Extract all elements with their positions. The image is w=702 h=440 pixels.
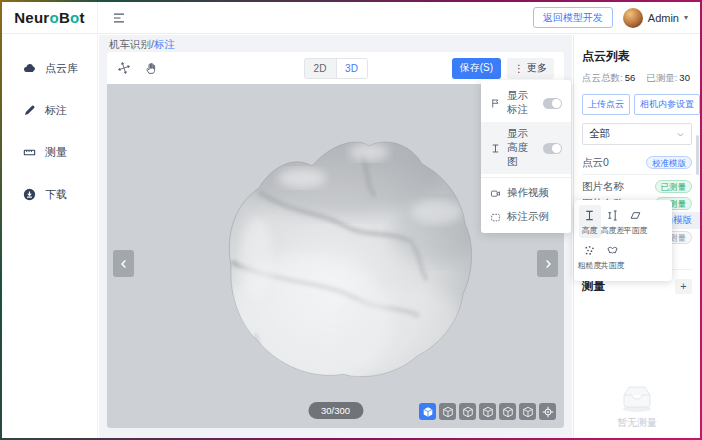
hand-pan-icon[interactable] xyxy=(144,61,158,75)
cube-wire-icon xyxy=(502,406,514,418)
parallelogram-icon xyxy=(629,209,642,222)
empty-text: 暂无测量 xyxy=(617,416,657,430)
cloud-icon xyxy=(23,62,36,75)
user-menu[interactable]: Admin ▾ xyxy=(623,8,688,28)
flag-icon xyxy=(490,98,501,109)
pen-icon xyxy=(23,104,36,117)
view-back-button[interactable] xyxy=(459,403,476,420)
cube-wire-icon xyxy=(522,406,534,418)
view-right-button[interactable] xyxy=(499,403,516,420)
logo-text: NeuroBot xyxy=(14,9,85,26)
measured-tag: 已测量 xyxy=(655,180,693,193)
cube-wire-icon xyxy=(442,406,454,418)
more-dots-icon: ⋮ xyxy=(514,63,524,74)
download-icon xyxy=(23,188,36,201)
tool-coplanarity[interactable]: 共面度 xyxy=(602,240,624,273)
ruler-icon xyxy=(23,146,36,159)
tool-roughness[interactable]: 粗糙度 xyxy=(579,240,601,273)
chevron-down-icon xyxy=(676,130,685,139)
app-window: NeuroBot 返回模型开发 Admin ▾ 点云库 标注 测量 xyxy=(2,2,700,438)
measure-tools-popup: 高度 高度差 平面度 粗糙度 共面度 xyxy=(574,200,672,281)
prev-arrow-button[interactable] xyxy=(113,250,134,277)
i-beam-icon xyxy=(490,143,501,154)
dashed-frame-icon xyxy=(490,212,501,223)
menu-item-show-annotations[interactable]: 显示标注 xyxy=(481,84,571,122)
avatar xyxy=(623,8,643,28)
crosshair-icon xyxy=(542,406,554,418)
toggle-show-annotations[interactable] xyxy=(543,98,562,109)
header-right: 返回模型开发 Admin ▾ xyxy=(533,7,700,28)
logo: NeuroBot xyxy=(2,2,98,33)
chevron-left-icon xyxy=(118,258,130,270)
menu-item-annotation-example[interactable]: 标注示例 xyxy=(481,205,571,229)
sidebar-item-measure[interactable]: 测量 xyxy=(2,145,97,160)
user-name: Admin xyxy=(648,12,679,24)
view-mode-segmented: 2D 3D xyxy=(304,58,368,79)
tool-flatness[interactable]: 平面度 xyxy=(625,205,647,238)
sidebar-item-label: 标注 xyxy=(45,103,67,118)
toolbar-right: 保存(S) ⋮ 更多 xyxy=(452,58,554,79)
next-arrow-button[interactable] xyxy=(537,250,558,277)
menu-fold-icon[interactable] xyxy=(112,11,126,25)
tool-height[interactable]: 高度 xyxy=(579,205,601,238)
view-left-button[interactable] xyxy=(479,403,496,420)
toolbar-left xyxy=(117,61,158,75)
view-front-button[interactable] xyxy=(439,403,456,420)
panel-title: 点云列表 xyxy=(582,48,692,65)
add-measure-button[interactable]: + xyxy=(675,279,692,294)
breadcrumb-parent[interactable]: 机车识别 xyxy=(109,38,151,50)
dots-icon xyxy=(583,244,596,257)
reset-view-button[interactable] xyxy=(539,403,556,420)
sidebar-item-annotate[interactable]: 标注 xyxy=(2,103,97,118)
back-to-model-dev-button[interactable]: 返回模型开发 xyxy=(533,7,613,28)
sidebar-item-label: 下载 xyxy=(45,187,67,202)
cube-solid-icon xyxy=(422,406,434,418)
filter-select[interactable]: 全部 xyxy=(582,123,692,145)
sidebar-item-pointcloud-library[interactable]: 点云库 xyxy=(2,61,97,76)
menu-item-tutorial-video[interactable]: 操作视频 xyxy=(481,181,571,205)
book-icon xyxy=(606,244,619,257)
frame-pager: 30/300 xyxy=(308,402,363,419)
chevron-down-icon: ▾ xyxy=(684,13,688,22)
save-button[interactable]: 保存(S) xyxy=(452,58,501,79)
sidebar-item-download[interactable]: 下载 xyxy=(2,187,97,202)
list-scrollbar[interactable] xyxy=(696,135,699,175)
stat-total: 点云总数:56 xyxy=(582,72,635,85)
empty-box-icon xyxy=(614,381,660,413)
screenshot-frame: NeuroBot 返回模型开发 Admin ▾ 点云库 标注 测量 xyxy=(0,0,702,440)
breadcrumb-current: 标注 xyxy=(154,38,175,50)
cube-wire-icon xyxy=(462,406,474,418)
list-item[interactable]: 图片名称 已测量 xyxy=(582,178,692,195)
view-top-button[interactable] xyxy=(519,403,536,420)
calibration-template-tag: 校准模版 xyxy=(646,156,692,169)
view-buttons xyxy=(419,403,556,420)
i-beam-icon xyxy=(583,209,596,222)
menu-item-show-heightmap[interactable]: 显示高度图 xyxy=(481,122,571,174)
breadcrumb: 机车识别/标注 xyxy=(99,35,572,52)
tab-3d[interactable]: 3D xyxy=(336,59,367,78)
camera-intrinsics-button[interactable]: 相机内参设置 xyxy=(634,94,700,115)
sidebar: 点云库 标注 测量 下载 xyxy=(2,35,98,438)
filter-value: 全部 xyxy=(589,127,610,141)
panel-buttons: 上传点云 相机内参设置 xyxy=(582,94,692,115)
app-header: NeuroBot 返回模型开发 Admin ▾ xyxy=(2,2,700,34)
double-beam-icon xyxy=(606,209,619,222)
view-perspective-button[interactable] xyxy=(419,403,436,420)
upload-pointcloud-button[interactable]: 上传点云 xyxy=(582,94,630,115)
rotate-3d-icon[interactable] xyxy=(117,61,131,75)
more-button[interactable]: ⋮ 更多 xyxy=(507,58,554,79)
tool-height-diff[interactable]: 高度差 xyxy=(602,205,624,238)
toggle-show-heightmap[interactable] xyxy=(543,143,562,154)
sidebar-item-label: 点云库 xyxy=(45,61,78,76)
panel-stats: 点云总数:56 已测量:30 xyxy=(582,72,692,85)
list-item-template[interactable]: 点云0 校准模版 xyxy=(582,154,692,171)
sidebar-item-label: 测量 xyxy=(45,145,67,160)
cube-wire-icon xyxy=(482,406,494,418)
more-dropdown-menu: 显示标注 显示高度图 操作视频 标注示例 xyxy=(481,80,571,233)
stat-measured: 已测量:30 xyxy=(646,72,690,85)
list-divider xyxy=(582,174,692,175)
tab-2d[interactable]: 2D xyxy=(305,59,336,78)
chevron-right-icon xyxy=(542,258,554,270)
video-icon xyxy=(490,188,501,199)
empty-state: 暂无测量 xyxy=(574,381,700,430)
